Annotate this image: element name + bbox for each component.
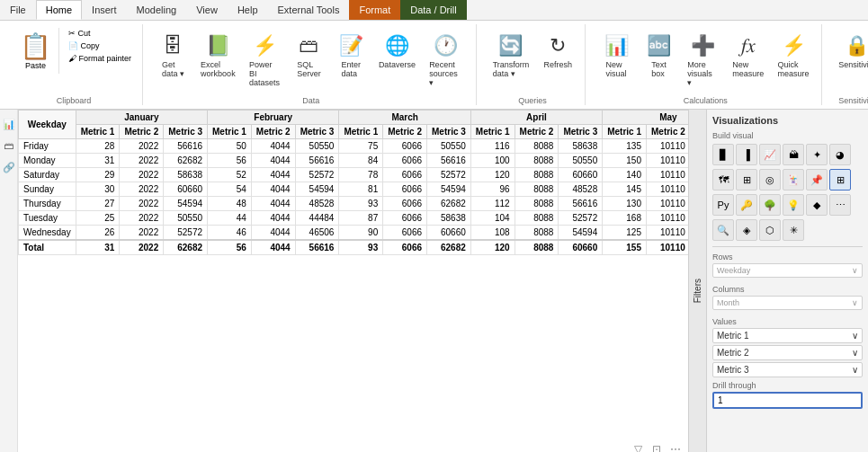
vis-icon-area[interactable]: 🏔: [783, 144, 804, 165]
vis-icon-custom2[interactable]: ◈: [736, 219, 757, 241]
tab-view[interactable]: View: [186, 0, 228, 20]
vis-icon-decomp[interactable]: 🌳: [759, 194, 781, 216]
vis-icon-gauge[interactable]: ◎: [759, 169, 781, 191]
table-container: Weekday January February March April May…: [18, 110, 688, 452]
vis-icon-custom1[interactable]: 🔍: [712, 219, 734, 241]
metric3-cell: 58638: [427, 211, 471, 226]
tab-format[interactable]: Format: [349, 0, 400, 20]
get-data-button[interactable]: 🗄 Getdata ▾: [154, 28, 192, 82]
metric2-cell: 2022: [120, 197, 164, 211]
quick-measure-button[interactable]: ⚡ Quickmeasure: [773, 28, 814, 82]
metric1-cell: 56: [208, 240, 252, 255]
drill-through-input[interactable]: [712, 392, 863, 409]
filter-tab[interactable]: Filters: [689, 110, 707, 452]
tab-help[interactable]: Help: [228, 0, 268, 20]
columns-chevron: ∨: [852, 298, 858, 307]
weekday-cell: Sunday: [19, 182, 76, 197]
table-scroll[interactable]: Weekday January February March April May…: [18, 110, 688, 452]
sensitivity-label: Sensitivity: [838, 60, 868, 69]
metric1-value[interactable]: Metric 1 ∨: [712, 328, 863, 343]
metric3-cell: 50550: [559, 154, 603, 168]
vis-icon-card[interactable]: 🃏: [783, 169, 804, 191]
metric1-cell: 96: [470, 182, 515, 197]
more-options-icon[interactable]: ⋯: [670, 443, 685, 452]
metric2-chevron: ∨: [852, 348, 858, 358]
transform-data-button[interactable]: 🔄 Transformdata ▾: [488, 28, 535, 82]
vis-icon-scatter[interactable]: ✦: [806, 144, 828, 165]
power-bi-datasets-button[interactable]: ⚡ Power BIdatasets: [244, 28, 286, 91]
vis-icon-bar[interactable]: ▊: [712, 144, 734, 165]
metric2-cell: 2022: [120, 211, 164, 226]
metric2-cell: 6066: [383, 197, 427, 211]
vis-icon-smart[interactable]: 💡: [783, 194, 804, 216]
january-header: January: [76, 111, 207, 125]
metric1-cell: 104: [470, 211, 515, 226]
copy-button[interactable]: 📄 Copy: [65, 40, 135, 51]
excel-workbook-button[interactable]: 📗 Excelworkbook: [196, 28, 240, 82]
table-row: Friday2820225661650404450550756066505501…: [19, 139, 689, 154]
metric3-cell: 52572: [295, 168, 339, 182]
vis-icon-custom4[interactable]: ✳: [783, 219, 804, 241]
sidebar-data-icon[interactable]: 🗃: [2, 138, 16, 153]
weekday-cell: Saturday: [19, 168, 76, 182]
vis-icon-custom3[interactable]: ⬡: [759, 219, 781, 241]
metric1-cell: 100: [470, 154, 515, 168]
dataverse-button[interactable]: 🌐 Dataverse: [374, 28, 420, 73]
metric3-cell: 46506: [295, 226, 339, 241]
tab-file[interactable]: File: [0, 0, 36, 20]
new-measure-button[interactable]: 𝑓𝑥 Newmeasure: [728, 28, 769, 82]
vis-icon-map[interactable]: 🗺: [712, 169, 734, 191]
tab-data-drill[interactable]: Data / Drill: [400, 0, 466, 20]
tab-modeling[interactable]: Modeling: [127, 0, 187, 20]
columns-value[interactable]: Month ∨: [712, 296, 863, 310]
metric2-cell: 4044: [251, 211, 295, 226]
vis-icon-treemap[interactable]: ⊞: [736, 169, 757, 191]
recent-sources-button[interactable]: 🕐 Recentsources ▾: [424, 28, 469, 91]
tab-insert[interactable]: Insert: [82, 0, 127, 20]
metric1-cell: 25: [76, 211, 120, 226]
dataverse-label: Dataverse: [379, 60, 416, 69]
table-row: Wednesday2620225257246404446506906066606…: [19, 226, 689, 241]
vis-icon-python[interactable]: Py: [712, 194, 734, 216]
text-box-button[interactable]: 🔤 Textbox: [640, 28, 678, 82]
metric2-cell: 8088: [515, 197, 559, 211]
vis-icon-bar2[interactable]: ▐: [736, 144, 757, 165]
filter-icon[interactable]: ▽: [634, 443, 649, 452]
new-visual-button[interactable]: 📊 Newvisual: [596, 28, 635, 82]
vis-icon-matrix[interactable]: ⊞: [829, 169, 851, 191]
tab-home[interactable]: Home: [36, 0, 82, 20]
vis-icon-key[interactable]: 🔑: [736, 194, 757, 216]
metric2-cell: 2022: [120, 240, 164, 255]
refresh-button[interactable]: ↻ Refresh: [538, 28, 577, 73]
format-painter-button[interactable]: 🖌 Format painter: [65, 53, 135, 64]
vis-icon-kpi[interactable]: 📌: [806, 169, 828, 191]
metric1-cell: 150: [603, 154, 647, 168]
cut-button[interactable]: ✂ Cut: [65, 28, 135, 39]
vis-icon-shape[interactable]: ◆: [806, 194, 828, 216]
data-table: Weekday January February March April May…: [18, 110, 688, 255]
focus-icon[interactable]: ⊡: [652, 443, 667, 452]
enter-data-button[interactable]: 📝 Enterdata: [332, 28, 371, 82]
rows-value[interactable]: Weekday ∨: [712, 263, 863, 278]
weekday-cell: Monday: [19, 154, 76, 168]
vis-icon-line[interactable]: 📈: [759, 144, 781, 165]
tab-external-tools[interactable]: External Tools: [268, 0, 350, 20]
main-area: 📊 🗃 🔗 Weekday January February March Apr…: [0, 110, 868, 452]
vis-icon-more[interactable]: ⋯: [829, 194, 851, 216]
metric3-value[interactable]: Metric 3 ∨: [712, 362, 863, 377]
table-row: Sunday3020226066054404454594816066545949…: [19, 182, 689, 197]
metric2-value[interactable]: Metric 2 ∨: [712, 345, 863, 360]
quick-measure-label: Quickmeasure: [778, 60, 810, 78]
vis-icon-pie[interactable]: ◕: [829, 144, 851, 165]
paste-icon: 📋: [20, 31, 51, 61]
metric1-cell: 135: [603, 139, 647, 154]
sql-server-button[interactable]: 🗃 SQLServer: [290, 28, 328, 82]
more-visuals-button[interactable]: ➕ Morevisuals ▾: [682, 28, 723, 91]
sidebar-report-icon[interactable]: 📊: [2, 117, 16, 131]
paste-button[interactable]: 📋 Paste: [13, 28, 59, 74]
sensitivity-button[interactable]: 🔒 Sensitivity: [833, 28, 868, 73]
metric1-cell: 52: [208, 168, 252, 182]
may-header: May: [603, 111, 688, 125]
table-row: Total31202262682564044566169360666268212…: [19, 240, 689, 255]
sidebar-model-icon[interactable]: 🔗: [2, 160, 16, 174]
